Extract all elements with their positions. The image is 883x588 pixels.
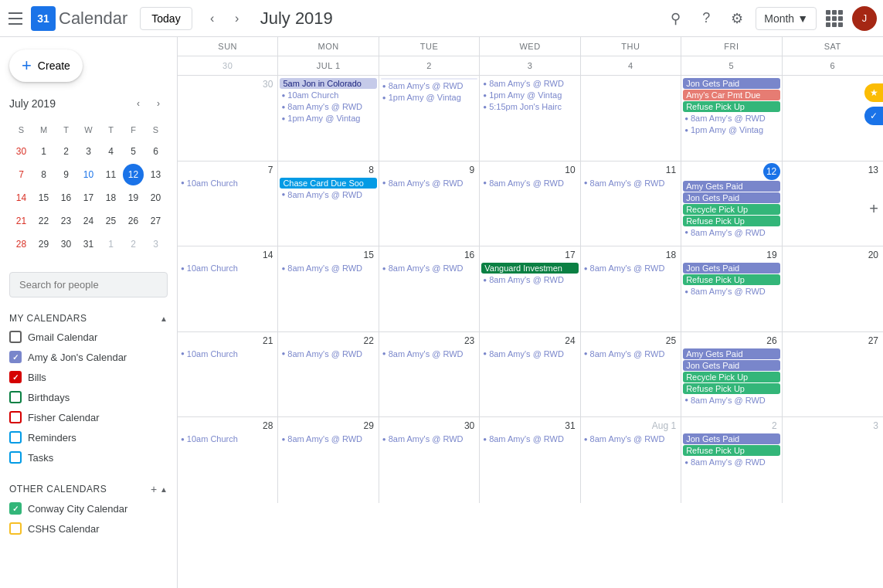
day-jul23[interactable]: 23 8am Amy's @ RWD: [379, 332, 480, 417]
cal-checkbox-gmail[interactable]: [9, 331, 22, 343]
event-amy-vintag-1a[interactable]: 1pm Amy @ Vintag: [280, 113, 376, 124]
event-vanguard[interactable]: Vanguard Investmen: [481, 263, 578, 274]
day-jul26[interactable]: 26 Amy Gets Paid Jon Gets Paid Recycle P…: [681, 332, 782, 417]
mini-day-16[interactable]: 16: [56, 187, 76, 209]
event-jon-paid-aug2[interactable]: Jon Gets Paid: [683, 433, 779, 444]
event-recycle-12[interactable]: Recycle Pick Up: [683, 204, 779, 215]
event-church-21[interactable]: 10am Church: [179, 348, 276, 359]
cal-item-bills[interactable]: Bills: [0, 367, 177, 387]
event-amy-rwd-15[interactable]: 8am Amy's @ RWD: [280, 263, 376, 274]
event-refuse-12[interactable]: Refuse Pick Up: [683, 216, 779, 226]
event-amy-rwd-31[interactable]: 8am Amy's @ RWD: [481, 433, 578, 444]
search-button[interactable]: ⚲: [663, 6, 688, 31]
mini-day-29[interactable]: 29: [33, 233, 54, 255]
mini-day-1[interactable]: 1: [33, 141, 54, 162]
cal-item-fisher[interactable]: Fisher Calendar: [0, 407, 177, 427]
menu-button[interactable]: [6, 9, 25, 28]
event-amy-rwd-19[interactable]: 8am Amy's @ RWD: [683, 286, 779, 297]
mini-day-8[interactable]: 8: [33, 164, 54, 185]
event-amy-rwd-23[interactable]: 8am Amy's @ RWD: [381, 348, 477, 359]
event-amy-rwd-29[interactable]: 8am Amy's @ RWD: [280, 433, 376, 444]
day-jul7[interactable]: 7 10am Church: [178, 161, 278, 246]
day-jul11[interactable]: 11 8am Amy's @ RWD: [581, 161, 681, 246]
mini-day-9[interactable]: 9: [56, 164, 76, 185]
event-church-28[interactable]: 10am Church: [179, 433, 276, 444]
day-aug3[interactable]: 3: [783, 417, 883, 503]
event-recycle-26[interactable]: Recycle Pick Up: [683, 372, 779, 382]
cal-item-birthdays[interactable]: Birthdays: [0, 387, 177, 407]
day-jul21[interactable]: 21 10am Church: [178, 332, 278, 417]
event-amy-rwd-17[interactable]: 8am Amy's @ RWD: [481, 274, 578, 285]
add-event-badge[interactable]: +: [864, 199, 883, 218]
event-refuse-aug2[interactable]: Refuse Pick Up: [683, 445, 779, 456]
mini-day-15[interactable]: 15: [33, 187, 54, 209]
event-amy-rwd-18[interactable]: 8am Amy's @ RWD: [582, 263, 679, 274]
logo[interactable]: 31 Calendar: [31, 6, 127, 31]
day-jul4[interactable]: [581, 76, 681, 161]
day-jul1[interactable]: 5am Jon in Colorado 10am Church 8am Amy'…: [278, 76, 379, 161]
event-church-14[interactable]: 10am Church: [179, 263, 276, 274]
mini-day-26[interactable]: 26: [123, 210, 144, 232]
mini-day-2[interactable]: 2: [56, 141, 76, 162]
event-amy-rwd-25[interactable]: 8am Amy's @ RWD: [582, 348, 679, 359]
day-jul15[interactable]: 15 8am Amy's @ RWD: [278, 246, 379, 331]
mini-day-13[interactable]: 13: [145, 164, 166, 185]
cal-checkbox-bills[interactable]: [9, 371, 22, 383]
event-amy-rwd-10[interactable]: 8am Amy's @ RWD: [481, 178, 578, 189]
event-church-1[interactable]: 10am Church: [280, 90, 376, 100]
search-people-input[interactable]: [9, 272, 168, 297]
day-jul31[interactable]: 31 8am Amy's @ RWD: [480, 417, 580, 503]
today-button[interactable]: Today: [140, 7, 192, 30]
cal-checkbox-reminders[interactable]: [9, 431, 22, 444]
day-jul12[interactable]: 12 Amy Gets Paid Jon Gets Paid Recycle P…: [681, 161, 782, 246]
event-amy-rwd-3a[interactable]: 8am Amy's @ RWD: [481, 78, 578, 89]
event-church-7[interactable]: 10am Church: [179, 178, 276, 189]
day-jul30[interactable]: 30 8am Amy's @ RWD: [379, 417, 480, 503]
mini-day-18[interactable]: 18: [100, 187, 121, 209]
event-amy-rwd-24[interactable]: 8am Amy's @ RWD: [481, 348, 578, 359]
event-jon-colorado-2[interactable]: [381, 78, 477, 80]
cal-checkbox-birthdays[interactable]: [9, 391, 22, 403]
mini-day-14[interactable]: 14: [11, 187, 32, 209]
day-jul29[interactable]: 29 8am Amy's @ RWD: [278, 417, 379, 503]
next-arrow[interactable]: ›: [226, 8, 248, 29]
mini-day-2-aug[interactable]: 2: [123, 233, 144, 255]
mini-prev-btn[interactable]: ‹: [129, 94, 148, 113]
event-refuse-26[interactable]: Refuse Pick Up: [683, 383, 779, 394]
event-amy-rwd-5a[interactable]: 8am Amy's @ RWD: [683, 113, 779, 124]
day-jul3[interactable]: 8am Amy's @ RWD 1pm Amy @ Vintag 5:15pm …: [480, 76, 580, 161]
create-button[interactable]: + Create: [9, 49, 83, 82]
cal-checkbox-amy-jon[interactable]: [9, 351, 22, 363]
event-amy-rwd-26[interactable]: 8am Amy's @ RWD: [683, 395, 779, 406]
mini-day-22[interactable]: 22: [33, 210, 54, 232]
my-calendars-header[interactable]: My calendars ▲: [0, 310, 177, 327]
help-button[interactable]: ?: [694, 6, 718, 31]
user-avatar[interactable]: J: [852, 6, 877, 31]
day-jun30[interactable]: 30: [178, 76, 278, 161]
mini-day-10[interactable]: 10: [78, 164, 99, 185]
event-amy-vintag-5a[interactable]: 1pm Amy @ Vintag: [683, 124, 779, 135]
event-amy-rwd-11[interactable]: 8am Amy's @ RWD: [582, 178, 679, 189]
event-jon-paid-12[interactable]: Jon Gets Paid: [683, 192, 779, 203]
event-jon-paid-5[interactable]: Jon Gets Paid: [683, 78, 779, 89]
mini-day-25[interactable]: 25: [100, 210, 121, 232]
event-refuse-19[interactable]: Refuse Pick Up: [683, 274, 779, 285]
mini-day-1-aug[interactable]: 1: [100, 233, 121, 255]
event-amy-rwd-9[interactable]: 8am Amy's @ RWD: [381, 178, 477, 189]
mini-day-6[interactable]: 6: [145, 141, 166, 162]
mini-day-3[interactable]: 3: [78, 141, 99, 162]
day-jul17[interactable]: 17 Vanguard Investmen 8am Amy's @ RWD: [480, 246, 580, 331]
mini-day-3-aug[interactable]: 3: [145, 233, 166, 255]
day-aug1[interactable]: Aug 1 8am Amy's @ RWD: [581, 417, 681, 503]
event-amy-rwd-22[interactable]: 8am Amy's @ RWD: [280, 348, 376, 359]
mini-day-24[interactable]: 24: [78, 210, 99, 232]
event-amy-vintag-2a[interactable]: 1pm Amy @ Vintag: [381, 92, 477, 103]
event-chase-card[interactable]: Chase Card Due Soo: [280, 178, 376, 189]
day-jul5[interactable]: Jon Gets Paid Amy's Car Pmt Due Refuse P…: [681, 76, 782, 161]
other-calendars-header[interactable]: Other calendars + ▲: [0, 480, 177, 498]
apps-button[interactable]: [823, 7, 846, 30]
mini-day-17[interactable]: 17: [78, 187, 99, 209]
event-amy-paid-12[interactable]: Amy Gets Paid: [683, 181, 779, 192]
cal-checkbox-conway[interactable]: [9, 502, 22, 515]
mini-day-20[interactable]: 20: [145, 187, 166, 209]
